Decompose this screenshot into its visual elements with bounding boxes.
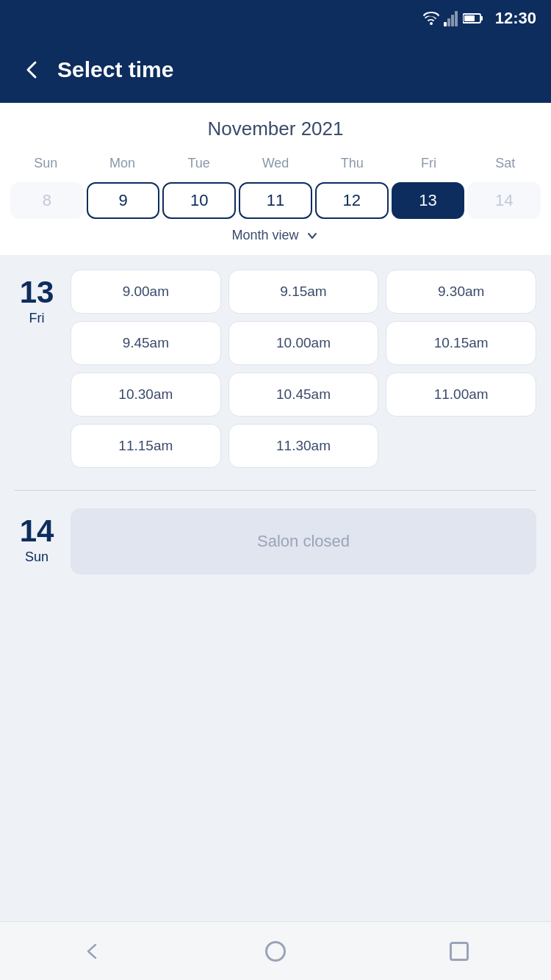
status-bar: 12:30 (0, 0, 551, 37)
status-icons (423, 10, 483, 26)
svg-rect-6 (464, 15, 475, 21)
salon-closed-block: Salon closed (71, 508, 536, 574)
nav-apps-button[interactable] (437, 929, 481, 973)
page-title: Select time (57, 57, 173, 82)
time-slot-930am[interactable]: 9.30am (386, 270, 536, 314)
month-view-label: Month view (231, 228, 298, 243)
salon-closed-message: Salon closed (71, 508, 536, 574)
weekday-sat: Sat (467, 152, 544, 175)
apps-square-icon (450, 942, 469, 961)
day-label-14: 14 Sun (15, 508, 59, 574)
time-slot-900am[interactable]: 9.00am (71, 270, 221, 314)
day-divider (15, 490, 536, 491)
weekday-tue: Tue (161, 152, 237, 175)
bottom-nav (0, 921, 551, 980)
svg-rect-3 (455, 11, 458, 26)
day-label-13: 13 Fri (15, 270, 59, 468)
calendar-dates: 8 9 10 11 12 13 14 (7, 182, 544, 219)
day-block-14: 14 Sun Salon closed (15, 508, 536, 574)
date-10[interactable]: 10 (162, 182, 236, 219)
svg-rect-5 (480, 16, 483, 21)
time-slot-1130am[interactable]: 11.30am (228, 424, 379, 468)
day-name-13: Fri (29, 311, 45, 326)
nav-back-button[interactable] (70, 929, 114, 973)
day-block-13: 13 Fri 9.00am 9.15am 9.30am 9.45am 10.00… (15, 270, 536, 468)
month-view-toggle[interactable]: Month view (7, 219, 544, 248)
time-slot-1115am[interactable]: 11.15am (71, 424, 221, 468)
svg-rect-0 (444, 22, 447, 26)
back-button[interactable] (22, 60, 43, 80)
weekdays-row: Sun Mon Tue Wed Thu Fri Sat (7, 152, 544, 175)
header: Select time (0, 37, 551, 103)
date-13[interactable]: 13 (392, 182, 465, 219)
nav-home-button[interactable] (253, 929, 298, 973)
month-year-label: November 2021 (7, 118, 544, 140)
calendar-section: November 2021 Sun Mon Tue Wed Thu Fri Sa… (0, 103, 551, 255)
date-11[interactable]: 11 (239, 182, 312, 219)
date-14[interactable]: 14 (467, 182, 541, 219)
status-time: 12:30 (495, 9, 536, 28)
weekday-fri: Fri (390, 152, 467, 175)
date-9[interactable]: 9 (87, 182, 160, 219)
battery-icon (463, 12, 483, 25)
day-number-14: 14 (20, 516, 54, 547)
weekday-sun: Sun (7, 152, 84, 175)
time-grid-13: 9.00am 9.15am 9.30am 9.45am 10.00am 10.1… (71, 270, 536, 468)
weekday-thu: Thu (314, 152, 390, 175)
chevron-down-icon (305, 228, 320, 243)
signal-icon (444, 10, 458, 26)
wifi-icon (423, 12, 439, 25)
time-slot-1030am[interactable]: 10.30am (71, 372, 221, 417)
weekday-wed: Wed (237, 152, 314, 175)
time-slot-1045am[interactable]: 10.45am (228, 372, 379, 417)
time-slot-945am[interactable]: 9.45am (71, 321, 221, 365)
svg-rect-1 (447, 18, 450, 26)
date-12[interactable]: 12 (315, 182, 389, 219)
time-slot-1100am[interactable]: 11.00am (386, 372, 536, 417)
svg-rect-2 (451, 15, 454, 26)
home-circle-icon (265, 941, 286, 962)
day-number-13: 13 (20, 277, 54, 308)
date-8[interactable]: 8 (10, 182, 84, 219)
timeslots-section: 13 Fri 9.00am 9.15am 9.30am 9.45am 10.00… (0, 255, 551, 921)
time-slot-1000am[interactable]: 10.00am (228, 321, 379, 365)
day-name-14: Sun (25, 550, 48, 565)
time-slot-915am[interactable]: 9.15am (228, 270, 379, 314)
weekday-mon: Mon (84, 152, 160, 175)
time-slot-1015am[interactable]: 10.15am (386, 321, 536, 365)
